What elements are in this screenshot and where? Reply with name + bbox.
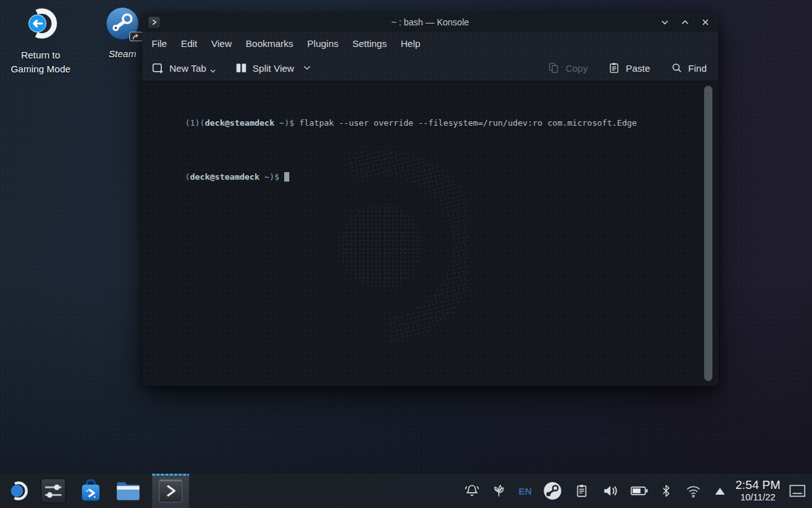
desktop-icon-steam[interactable]: Steam (99, 6, 146, 61)
discover-bag-icon (77, 478, 104, 504)
steam-tray-button[interactable] (542, 481, 563, 501)
new-tab-label: New Tab (169, 63, 206, 74)
find-label: Find (688, 63, 707, 74)
taskbar: EN (0, 474, 812, 508)
keyboard-layout-indicator[interactable]: EN (518, 486, 532, 497)
terminal-area[interactable]: (1)(deck@steamdeck ~)$ flatpak --user ov… (142, 81, 718, 386)
taskbar-konsole-button[interactable] (152, 474, 189, 508)
terminal-cursor (284, 172, 289, 182)
sliders-icon (40, 478, 67, 504)
battery-icon (631, 485, 648, 497)
menu-help[interactable]: Help (394, 34, 428, 53)
konsole-window: ~ : bash — Konsole File Edit View Bookma… (142, 13, 718, 386)
close-button[interactable] (699, 16, 712, 29)
wifi-icon (684, 483, 703, 499)
expand-tray-button[interactable] (714, 486, 726, 495)
new-tab-icon (151, 62, 164, 75)
clock-time: 2:54 PM (735, 479, 780, 492)
return-to-gaming-mode-icon (22, 6, 59, 43)
return-icon-label-line1: Return to (11, 48, 70, 62)
plant-icon (491, 483, 508, 499)
menu-bookmarks[interactable]: Bookmarks (239, 34, 300, 53)
terminal-output: (1)(deck@steamdeck ~)$ flatpak --user ov… (145, 85, 637, 215)
paste-button[interactable]: Paste (608, 62, 650, 74)
steamdeck-launcher-icon (8, 480, 29, 502)
speaker-icon (601, 481, 620, 500)
close-icon (700, 17, 710, 27)
show-desktop-icon (789, 485, 806, 497)
menu-plugins[interactable]: Plugins (300, 34, 345, 53)
volume-button[interactable] (601, 481, 620, 500)
folder-icon (115, 478, 141, 504)
search-icon (671, 62, 683, 74)
terminal-scrollbar[interactable] (704, 86, 712, 381)
find-button[interactable]: Find (671, 62, 707, 74)
application-launcher-button[interactable] (8, 480, 29, 502)
battery-indicator[interactable] (631, 485, 648, 497)
chevron-down-icon (210, 69, 216, 73)
steam-tray-icon (542, 481, 563, 501)
konsole-app-icon (148, 17, 160, 28)
menu-file[interactable]: File (145, 34, 174, 53)
new-tab-button[interactable]: New Tab (151, 62, 216, 75)
menu-edit[interactable]: Edit (174, 34, 204, 53)
split-view-icon (235, 62, 247, 74)
toolbar: New Tab Split View Copy (142, 55, 718, 81)
discover-store-button[interactable] (77, 478, 104, 504)
show-desktop-button[interactable] (788, 478, 807, 504)
triangle-up-icon (714, 486, 726, 495)
menu-settings[interactable]: Settings (346, 34, 394, 53)
bluetooth-button[interactable] (659, 483, 673, 498)
split-view-button[interactable]: Split View (235, 62, 311, 74)
split-view-label: Split View (252, 63, 294, 74)
bell-icon (464, 483, 480, 499)
return-icon-label-line2: Gaming Mode (11, 62, 70, 76)
chevron-up-icon (680, 17, 690, 27)
plant-tray-button[interactable] (491, 483, 508, 499)
paste-label: Paste (625, 63, 650, 74)
menu-view[interactable]: View (204, 34, 239, 53)
maximize-button[interactable] (679, 16, 691, 29)
digital-clock[interactable]: 2:54 PM 10/11/22 (735, 479, 780, 503)
copy-icon (547, 62, 560, 74)
menubar: File Edit View Bookmarks Plugins Setting… (142, 32, 718, 55)
dolphin-file-manager-button[interactable] (115, 478, 141, 504)
window-titlebar[interactable]: ~ : bash — Konsole (142, 13, 718, 32)
clipboard-icon (573, 483, 590, 499)
paste-icon (608, 62, 620, 74)
minimize-button[interactable] (658, 16, 671, 29)
chevron-down-icon (660, 17, 670, 27)
settings-sliders-button[interactable] (40, 478, 67, 504)
notifications-button[interactable] (464, 483, 480, 499)
copy-button[interactable]: Copy (547, 62, 587, 74)
steam-icon-label: Steam (108, 47, 136, 61)
clock-date: 10/11/22 (735, 493, 780, 503)
clipboard-tray-button[interactable] (573, 483, 590, 499)
chevron-down-icon (303, 65, 311, 70)
copy-label: Copy (565, 63, 587, 74)
wifi-button[interactable] (684, 483, 703, 499)
bluetooth-icon (659, 483, 673, 498)
shortcut-emblem-icon (129, 32, 143, 41)
desktop-icon-return-to-gaming-mode[interactable]: Return to Gaming Mode (3, 6, 79, 76)
terminal-line-2: (deck@steamdeck ~)$ (145, 161, 637, 193)
window-title: ~ : bash — Konsole (142, 17, 718, 27)
terminal-line-1: (1)(deck@steamdeck ~)$ flatpak --user ov… (145, 107, 637, 139)
konsole-icon (158, 478, 183, 504)
